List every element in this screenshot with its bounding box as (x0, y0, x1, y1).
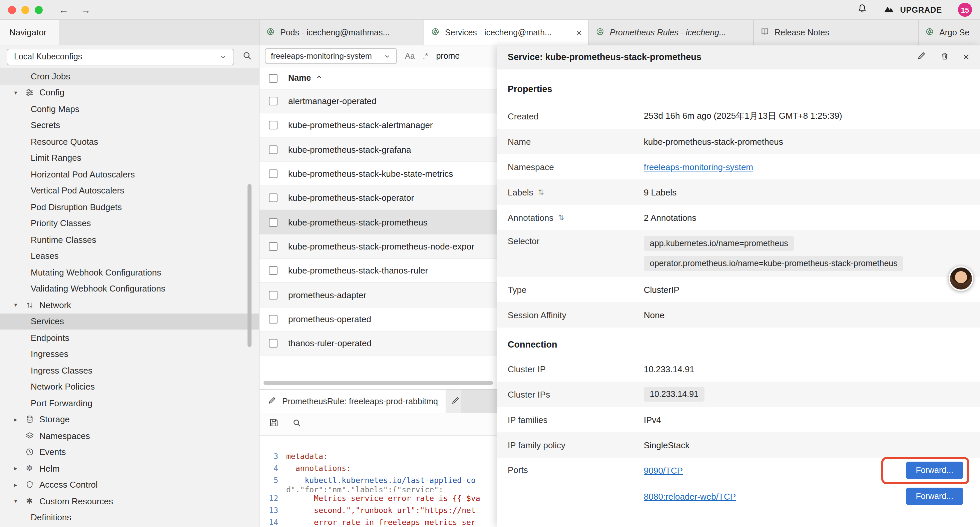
sidebar-item-port-forwarding[interactable]: Port Forwarding (0, 395, 259, 411)
table-row[interactable]: thanos-ruler-operated (259, 331, 497, 356)
table-row[interactable]: kube-prometheus-stack-grafana (259, 138, 497, 162)
row-checkbox[interactable] (269, 266, 277, 275)
upgrade-button[interactable]: UPGRADE (883, 4, 942, 15)
sort-toggle-icon[interactable]: ⇅ (558, 213, 564, 222)
tab-pods[interactable]: Pods - icecheng@mathmas... (259, 20, 424, 45)
dock-tab-partial[interactable] (447, 390, 461, 413)
sort-toggle-icon[interactable]: ⇅ (538, 188, 544, 196)
sidebar-item-namespaces[interactable]: Namespaces (0, 428, 259, 444)
editor-line: 3metadata: (259, 451, 497, 463)
row-checkbox[interactable] (269, 315, 277, 323)
layers-icon (24, 431, 35, 440)
table-row-selected[interactable]: kube-prometheus-stack-prometheus (259, 210, 497, 235)
avatar[interactable] (949, 266, 973, 291)
row-checkbox[interactable] (269, 121, 277, 130)
sidebar-item-services[interactable]: Services (0, 313, 259, 330)
minimize-window-button[interactable] (21, 6, 29, 14)
forward-button[interactable]: Forward... (905, 488, 963, 505)
sidebar-item-vertical-pod-autoscalers[interactable]: Vertical Pod Autoscalers (0, 182, 259, 199)
notification-badge[interactable]: 15 (958, 3, 972, 17)
sidebar-item-network-policies[interactable]: Network Policies (0, 379, 259, 395)
table-row[interactable]: kube-prometheus-stack-thanos-ruler (259, 259, 497, 283)
detail-row-cluster-ip: Cluster IP 10.233.14.91 (497, 356, 980, 382)
sidebar-item-definitions[interactable]: Definitions (0, 509, 259, 525)
sidebar-scrollbar[interactable] (248, 184, 251, 347)
forward-icon[interactable]: → (81, 4, 91, 15)
sidebar-item-resource-quotas[interactable]: Resource Quotas (0, 134, 259, 150)
sidebar-item-ingress-classes[interactable]: Ingress Classes (0, 362, 259, 379)
forward-button[interactable]: Forward... (905, 462, 963, 479)
tab-argo[interactable]: Argo Se (919, 20, 980, 45)
sidebar-item-ingresses[interactable]: Ingresses (0, 346, 259, 362)
row-checkbox[interactable] (269, 242, 277, 251)
sidebar-item-secrets[interactable]: Secrets (0, 117, 259, 134)
sidebar-item-events[interactable]: Events (0, 444, 259, 460)
sidebar-item-custom-resources[interactable]: ▾ ✱ Custom Resources (0, 493, 259, 509)
sidebar-item-network[interactable]: ▾ Network (0, 297, 259, 313)
horizontal-scrollbar[interactable] (264, 381, 493, 385)
sidebar-item-pod-disruption-budgets[interactable]: Pod Disruption Budgets (0, 199, 259, 215)
detail-row-ip-families: IP families IPv4 (497, 407, 980, 432)
table-row[interactable]: prometheus-operated (259, 307, 497, 331)
table-row[interactable]: kube-prometheus-stack-operator (259, 186, 497, 210)
namespace-filter-select[interactable]: freeleaps-monitoring-system (265, 48, 397, 64)
table-row[interactable]: alertmanager-operated (259, 89, 497, 114)
sidebar-item-storage[interactable]: ▸ Storage (0, 411, 259, 428)
delete-icon[interactable] (940, 51, 949, 63)
row-checkbox[interactable] (269, 145, 277, 154)
close-icon[interactable]: × (576, 27, 582, 38)
tab-services[interactable]: Services - icecheng@math... × (424, 20, 589, 45)
sidebar-item-config-maps[interactable]: Config Maps (0, 101, 259, 117)
table-row[interactable]: kube-prometheus-stack-alertmanager (259, 114, 497, 138)
select-all-checkbox[interactable] (269, 74, 277, 83)
dock-tab-bar: PrometheusRule: freeleaps-prod-rabbitmq (259, 389, 497, 413)
row-checkbox[interactable] (269, 169, 277, 178)
sidebar-item-leases[interactable]: Leases (0, 248, 259, 264)
close-icon[interactable]: × (963, 51, 969, 63)
yaml-editor[interactable]: 3metadata: 4 annotations: 5 kubectl.kube… (259, 436, 497, 527)
sidebar-item-validating-webhook-configurations[interactable]: Validating Webhook Configurations (0, 280, 259, 297)
tab-release-notes[interactable]: Release Notes (754, 20, 919, 45)
port-line: 9090/TCP Forward... (644, 458, 980, 484)
port-link-8080[interactable]: 8080:reloader-web/TCP (644, 492, 736, 502)
namespace-link[interactable]: freeleaps-monitoring-system (644, 162, 753, 172)
search-icon[interactable] (292, 418, 302, 430)
back-icon[interactable]: ← (59, 4, 69, 15)
port-link-9090[interactable]: 9090/TCP (644, 466, 683, 476)
dock-tab-prometheusrule[interactable]: PrometheusRule: freeleaps-prod-rabbitmq (259, 390, 447, 413)
sidebar-item-config[interactable]: ▾ Config (0, 84, 259, 101)
sidebar-item-horizontal-pod-autoscalers[interactable]: Horizontal Pod Autoscalers (0, 166, 259, 182)
table-row[interactable]: kube-prometheus-stack-kube-state-metrics (259, 162, 497, 186)
sidebar-item-helm[interactable]: ▸ ☸ Helm (0, 460, 259, 477)
row-checkbox[interactable] (269, 97, 277, 105)
row-checkbox[interactable] (269, 194, 277, 202)
name-column-header[interactable]: Name (288, 73, 323, 83)
close-window-button[interactable] (8, 6, 16, 14)
sidebar-item-runtime-classes[interactable]: Runtime Classes (0, 231, 259, 248)
sidebar-item-priority-classes[interactable]: Priority Classes (0, 215, 259, 231)
edit-icon[interactable] (916, 51, 927, 64)
tab-prometheus-rules[interactable]: Prometheus Rules - icecheng... (589, 20, 754, 45)
row-checkbox[interactable] (269, 291, 277, 299)
sidebar-item-limit-ranges[interactable]: Limit Ranges (0, 150, 259, 166)
sidebar-item-endpoints[interactable]: Endpoints (0, 330, 259, 346)
save-icon[interactable] (269, 418, 279, 431)
regex-toggle[interactable]: .* (423, 51, 428, 61)
bell-icon[interactable] (857, 3, 867, 16)
sidebar-item-mutating-webhook-configurations[interactable]: Mutating Webhook Configurations (0, 264, 259, 280)
sidebar-item-access-control[interactable]: ▸ Access Control (0, 477, 259, 493)
window-controls (0, 6, 43, 14)
match-case-toggle[interactable]: Aa (405, 51, 415, 61)
maximize-window-button[interactable] (35, 6, 43, 14)
kubeconfig-selector[interactable]: Local Kubeconfigs (7, 48, 234, 65)
table-row[interactable]: kube-prometheus-stack-prometheus-node-ex… (259, 235, 497, 259)
row-checkbox[interactable] (269, 339, 277, 347)
sidebar-item-cron-jobs[interactable]: Cron Jobs (0, 68, 259, 84)
chevron-right-icon: ▸ (12, 416, 19, 423)
search-input[interactable]: prome (436, 51, 460, 61)
search-icon[interactable] (242, 50, 252, 63)
port-line: 8080:reloader-web/TCP Forward... (644, 484, 980, 509)
table-row[interactable]: prometheus-adapter (259, 283, 497, 307)
editor-line: 4 annotations: (259, 463, 497, 474)
row-checkbox[interactable] (269, 218, 277, 226)
